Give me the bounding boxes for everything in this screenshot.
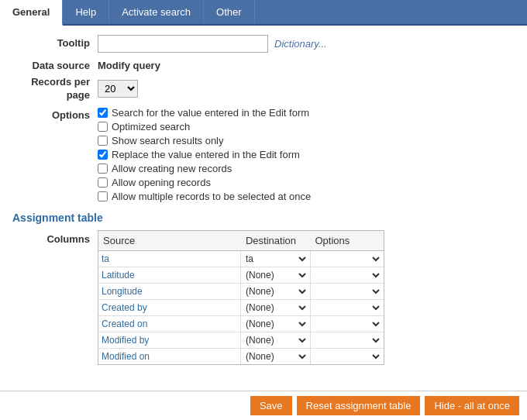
label-show-search-only[interactable]: Show search results only: [112, 135, 224, 146]
cell-dest-2: (None) ta: [241, 284, 311, 299]
label-allow-opening[interactable]: Allow opening records: [112, 177, 211, 188]
cell-options-5: [311, 332, 384, 348]
header-source: Source: [98, 233, 241, 248]
dest-select-3[interactable]: (None) ta: [243, 301, 308, 314]
options-select-1[interactable]: [312, 269, 382, 281]
cell-options-3: [311, 300, 384, 315]
cell-options-6: [311, 349, 384, 364]
table-row: (None) ta: [98, 316, 384, 332]
cell-source-3: [98, 300, 241, 315]
checkbox-replace-edit-form[interactable]: [98, 150, 108, 160]
assignment-table-section: Columns Source Destination Options ta (N…: [12, 230, 515, 365]
option-allow-opening: Allow opening records: [98, 177, 311, 188]
tab-bar: General Help Activate search Other: [0, 0, 527, 26]
cell-dest-1: (None) ta: [241, 267, 311, 283]
checkbox-show-search-only[interactable]: [98, 136, 108, 146]
cell-source-4: [98, 316, 241, 332]
dest-select-6[interactable]: (None) ta: [243, 350, 308, 363]
options-select-6[interactable]: [312, 350, 382, 363]
header-options: Options: [311, 233, 384, 248]
tooltip-input[interactable]: [98, 35, 268, 53]
table-row: (None) ta: [98, 284, 384, 300]
dest-select-5[interactable]: (None) ta: [243, 334, 308, 346]
reset-assignment-table-button[interactable]: Reset assignment table: [297, 396, 421, 415]
source-input-1[interactable]: [102, 270, 237, 281]
cell-options-1: [311, 267, 384, 283]
options-select-2[interactable]: [312, 285, 382, 298]
label-search-edit-form[interactable]: Search for the value entered in the Edit…: [112, 107, 309, 119]
assignment-table-container: Source Destination Options ta (None): [98, 230, 384, 365]
options-select-4[interactable]: [312, 318, 382, 330]
table-row: (None) ta: [98, 332, 384, 349]
checkbox-allow-opening[interactable]: [98, 177, 108, 188]
option-search-edit-form: Search for the value entered in the Edit…: [98, 107, 311, 119]
tooltip-label: Tooltip: [12, 35, 98, 49]
header-destination: Destination: [241, 233, 311, 248]
assignment-table-title: Assignment table: [12, 212, 515, 224]
cell-dest-4: (None) ta: [241, 316, 311, 332]
dest-select-1[interactable]: (None) ta: [243, 269, 308, 281]
source-input-4[interactable]: [102, 318, 237, 329]
cell-source-1: [98, 267, 241, 283]
save-button[interactable]: Save: [250, 396, 292, 415]
tab-general[interactable]: General: [0, 0, 63, 26]
cell-source-2: [98, 284, 241, 299]
assignment-table-header: Source Destination Options: [98, 231, 384, 251]
options-list: Search for the value entered in the Edit…: [98, 107, 311, 202]
records-per-page-wrapper: 10 20 50 100: [98, 80, 138, 98]
tab-other[interactable]: Other: [204, 0, 255, 24]
cell-options-4: [311, 316, 384, 332]
checkbox-allow-creating[interactable]: [98, 164, 108, 174]
options-select-0[interactable]: [312, 253, 382, 265]
source-input-6[interactable]: [102, 351, 237, 362]
option-allow-multiple: Allow multiple records to be selected at…: [98, 191, 311, 202]
tab-help[interactable]: Help: [63, 0, 109, 24]
records-per-page-row: Records per page 10 20 50 100: [12, 76, 515, 102]
source-input-0[interactable]: [102, 253, 237, 264]
cell-dest-3: (None) ta: [241, 300, 311, 315]
content-area: Tooltip Dictionary... Data source Modify…: [0, 26, 527, 418]
label-allow-multiple[interactable]: Allow multiple records to be selected at…: [112, 191, 311, 202]
checkbox-allow-multiple[interactable]: [98, 191, 108, 201]
label-optimized-search[interactable]: Optimized search: [112, 121, 190, 133]
datasource-label: Data source: [12, 57, 98, 71]
source-input-3[interactable]: [102, 302, 237, 313]
dest-select-4[interactable]: (None) ta: [243, 318, 308, 330]
cell-source-0: [98, 251, 241, 267]
cell-options-2: [311, 284, 384, 299]
label-replace-edit-form[interactable]: Replace the value entered in the Edit fo…: [112, 149, 300, 160]
dictionary-link[interactable]: Dictionary...: [274, 38, 327, 50]
cell-source-6: [98, 349, 241, 364]
tooltip-input-wrapper: Dictionary...: [98, 35, 327, 53]
table-row: (None) ta: [98, 349, 384, 364]
hide-all-at-once-button[interactable]: Hide - all at once: [425, 396, 519, 415]
footer: Save Reset assignment table Hide - all a…: [0, 391, 527, 420]
label-allow-creating[interactable]: Allow creating new records: [112, 163, 232, 174]
cell-dest-0: ta (None): [241, 251, 311, 267]
option-show-search-only: Show search results only: [98, 135, 311, 146]
options-select-5[interactable]: [312, 334, 382, 346]
option-optimized-search: Optimized search: [98, 121, 311, 133]
cell-dest-6: (None) ta: [241, 349, 311, 364]
table-row: ta (None): [98, 251, 384, 267]
tab-activate-search[interactable]: Activate search: [109, 0, 204, 24]
table-row: (None) ta: [98, 267, 384, 284]
cell-source-5: [98, 332, 241, 348]
records-per-page-label: Records per page: [12, 76, 98, 102]
checkbox-search-edit-form[interactable]: [98, 108, 108, 118]
dest-select-0[interactable]: ta (None): [243, 253, 308, 265]
source-input-2[interactable]: [102, 286, 237, 297]
options-row: Options Search for the value entered in …: [12, 107, 515, 202]
option-replace-edit-form: Replace the value entered in the Edit fo…: [98, 149, 311, 160]
checkbox-optimized-search[interactable]: [98, 122, 108, 132]
columns-label: Columns: [12, 230, 98, 245]
dest-select-2[interactable]: (None) ta: [243, 285, 308, 298]
options-label: Options: [12, 107, 98, 121]
tooltip-row: Tooltip Dictionary...: [12, 35, 515, 53]
options-select-3[interactable]: [312, 301, 382, 314]
datasource-row: Data source Modify query: [12, 57, 515, 71]
source-input-5[interactable]: [102, 335, 237, 346]
table-row: (None) ta: [98, 300, 384, 316]
records-per-page-select[interactable]: 10 20 50 100: [98, 80, 138, 98]
cell-dest-5: (None) ta: [241, 332, 311, 348]
